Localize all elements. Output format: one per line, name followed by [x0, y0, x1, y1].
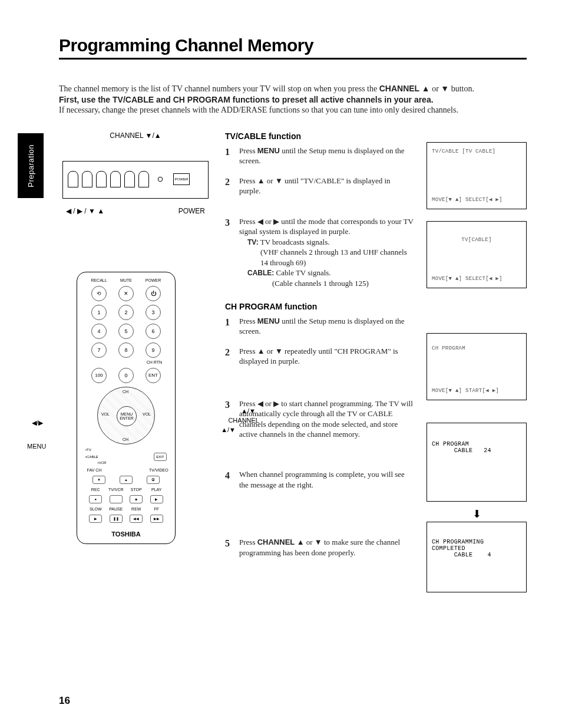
dpad-left-label: VOL	[101, 412, 110, 416]
tvcable-steps: Press MENU until the Setup menu is displ…	[225, 146, 414, 289]
tvvideo-button: ⦿	[147, 476, 160, 484]
sub-cable-desc: Cable TV signals.	[276, 268, 331, 277]
digit-100: 100	[91, 368, 107, 383]
title-underline	[59, 58, 527, 60]
osd-box-5: CH PROGRAMMING COMPLETED CABLE 4	[427, 522, 527, 592]
tv-button-icon	[138, 171, 149, 187]
remote-diagram: RECALL MUTE POWER ⟲ ✕ ⏻ 1 2 3	[77, 272, 176, 544]
remote-recall-label: RECALL	[90, 278, 108, 282]
digit-7: 7	[91, 342, 107, 358]
step-bold: MENU	[257, 146, 280, 155]
callout-menu: MENU	[27, 443, 46, 450]
src-cable: •CABLE	[85, 455, 98, 459]
sub-tv-paren: (VHF channels 2 through 13 and UHF chann…	[247, 247, 414, 268]
fav-up-icon: ▲	[120, 476, 133, 484]
slow-label: SLOW	[87, 507, 104, 511]
step-text: Press	[239, 538, 257, 546]
pause-label: PAUSE	[107, 507, 125, 511]
recall-button-icon: ⟲	[91, 286, 107, 301]
src-tv: •TV	[85, 448, 91, 452]
sub-tv-label: TV:	[247, 238, 259, 246]
osd3-bot: MOVE[▼ ▲] START[◀ ▶]	[432, 387, 521, 394]
chprogram-step-4: When channel programming is complete, yo…	[225, 469, 414, 490]
digit-4: 4	[91, 324, 107, 339]
chprogram-step-1: Press MENU until the Setup menu is displ…	[225, 316, 414, 337]
callout-leftright: ◀/▶	[32, 419, 43, 427]
step-text: Press ◀ or ▶ until the mode that corresp…	[239, 217, 414, 236]
tvcable-step-1: Press MENU until the Setup menu is displ…	[225, 146, 414, 166]
digit-1: 1	[91, 305, 107, 320]
digit-0: 0	[118, 368, 134, 383]
rew-icon: ◀◀	[130, 515, 143, 523]
dpad-down-label: CH	[123, 437, 128, 442]
digit-2: 2	[118, 305, 134, 320]
chprogram-step-2: Press ▲ or ▼ repeatedly until "CH PROGRA…	[225, 346, 414, 367]
tv-button-icon	[96, 171, 107, 187]
side-tab-label: Preparation	[27, 144, 35, 187]
digit-9: 9	[146, 342, 161, 358]
remote-brand: TOSHIBA	[77, 531, 175, 538]
osd4-top: CH PROGRAM CABLE 24	[432, 441, 521, 454]
rec-label: REC	[87, 487, 104, 492]
step-bold: MENU	[257, 317, 280, 325]
digit-8: 8	[118, 342, 134, 358]
chprogram-steps: Press MENU until the Setup menu is displ…	[225, 316, 414, 558]
osd-box-2: TV[CABLE] MOVE[▼ ▲] SELECT[◀ ▶]	[427, 221, 527, 288]
tv-button-icon	[110, 171, 121, 187]
dpad-up-label: CH	[123, 390, 128, 394]
rec-icon: ●	[89, 495, 102, 503]
osd2-top: TV[CABLE]	[432, 237, 521, 243]
sub-tv-desc: TV broadcasts signals.	[260, 238, 330, 246]
ff-label: FF	[148, 507, 166, 511]
intro-line2: First, use the TV/CABLE and CH PROGRAM f…	[59, 94, 527, 105]
rew-label: REW	[127, 507, 145, 511]
slow-icon: ▶	[89, 515, 102, 523]
tvcable-step-3: Press ◀ or ▶ until the mode that corresp…	[225, 216, 414, 289]
play-icon: ▶	[150, 495, 163, 503]
tvcable-heading: TV/CABLE function	[225, 131, 414, 141]
step-text: Press ◀ or ▶ to start channel programmin…	[239, 399, 413, 439]
tvcable-step-2: Press ▲ or ▼ until "TV/CABLE" is display…	[225, 176, 414, 196]
osd1-bot: MOVE[▼ ▲] SELECT[◀ ▶]	[432, 196, 521, 203]
chprogram-step-3: Press ◀ or ▶ to start channel programmin…	[225, 398, 414, 440]
digit-6: 6	[146, 324, 161, 339]
tv-button-icon	[124, 171, 135, 187]
dpad-right-label: VOL	[143, 412, 151, 416]
step-text: Press ▲ or ▼ repeatedly until "CH PROGRA…	[239, 347, 398, 366]
osd2-bot: MOVE[▼ ▲] SELECT[◀ ▶]	[432, 275, 521, 282]
osd-box-4: CH PROGRAM CABLE 24	[427, 423, 527, 502]
tv-panel-diagram: POWER ◀ / ▶ / ▼ ▲ POWER	[59, 142, 212, 219]
step-text: Press	[239, 146, 257, 155]
chprogram-step-5: Press CHANNEL ▲ or ▼ to make sure the ch…	[225, 537, 414, 558]
osd-box-3: CH PROGRAM MOVE[▼ ▲] START[◀ ▶]	[427, 333, 527, 400]
intro-paragraph: The channel memory is the list of TV cha…	[59, 83, 527, 116]
tv-panel-top-label: CHANNEL ▼/▲	[59, 131, 212, 140]
play-label: PLAY	[148, 487, 166, 492]
dpad-center-label: MENU ENTER	[117, 406, 137, 426]
digit-3: 3	[146, 305, 161, 320]
tvvideo-label: TV/VIDEO	[149, 468, 167, 472]
down-arrow-icon: ⬇	[427, 508, 527, 521]
exit-button: EXIT	[154, 453, 167, 461]
remote-mute-label: MUTE	[117, 278, 135, 282]
page-title: Programming Channel Memory	[59, 35, 527, 55]
mute-button-icon: ✕	[118, 286, 134, 301]
tv-button-icon	[68, 171, 78, 187]
intro-line3: If necessary, change the preset channels…	[59, 105, 527, 116]
remote-chrtn-label: CH RTN	[147, 360, 162, 364]
osd-box-1: TV/CABLE [TV CABLE] MOVE[▼ ▲] SELECT[◀ ▶…	[427, 142, 527, 209]
osd3-top: CH PROGRAM	[432, 345, 521, 351]
step-text: or	[306, 538, 315, 546]
page-number: 16	[59, 695, 70, 707]
step-text: When channel programming is complete, yo…	[239, 470, 405, 489]
digit-5: 5	[118, 324, 134, 339]
stop-label: STOP	[127, 487, 145, 492]
intro-line1e: button.	[451, 84, 474, 93]
tv-arrows-label: ◀ / ▶ / ▼ ▲	[66, 207, 104, 215]
tv-power-box: POWER	[173, 173, 190, 185]
pause-icon: ❚❚	[110, 515, 123, 523]
tvvcr-label: TV/VCR	[107, 487, 125, 492]
dpad-ring: CH CH VOL VOL MENU ENTER	[97, 387, 155, 444]
tv-power-label: POWER	[178, 207, 205, 215]
ff-icon: ▶▶	[150, 515, 163, 523]
